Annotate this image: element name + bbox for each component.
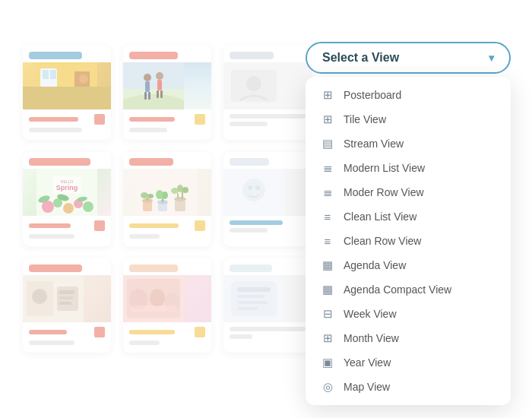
background-card-grid: HELLO Spring <box>23 46 312 353</box>
menu-item-stream-view[interactable]: ▤Stream View <box>306 131 511 156</box>
svg-point-26 <box>63 203 74 214</box>
svg-point-16 <box>156 72 163 80</box>
menu-item-label: Agenda View <box>344 259 406 271</box>
clean-list-icon: ≡ <box>321 210 334 223</box>
svg-rect-1 <box>36 91 97 109</box>
card-pink <box>123 258 211 353</box>
dropdown-trigger[interactable]: Select a View ▾ <box>306 42 511 74</box>
menu-item-moder-row-view[interactable]: ≣Moder Row View <box>306 180 511 204</box>
menu-item-week-view[interactable]: ⊟Week View <box>306 302 511 326</box>
week-icon: ⊟ <box>321 307 334 321</box>
svg-point-52 <box>182 187 188 193</box>
svg-rect-69 <box>131 306 176 312</box>
svg-rect-3 <box>43 70 49 79</box>
svg-rect-74 <box>237 301 268 304</box>
card-image-empty-2 <box>223 169 312 216</box>
menu-item-map-view[interactable]: ◎Map View <box>306 375 511 399</box>
menu-item-label: Year View <box>344 356 391 369</box>
menu-item-label: Stream View <box>344 138 404 150</box>
card-hikers <box>123 46 211 140</box>
svg-point-55 <box>248 185 252 190</box>
card-plants <box>123 152 211 246</box>
menu-item-label: Moder Row View <box>344 186 424 198</box>
svg-rect-4 <box>50 70 56 79</box>
card-image-room <box>23 62 111 109</box>
svg-point-22 <box>246 76 261 91</box>
clean-row-icon: ≡ <box>321 234 334 248</box>
svg-rect-18 <box>157 90 159 98</box>
card-image-spring: HELLO Spring <box>23 169 111 216</box>
menu-item-agenda-view[interactable]: ▦Agenda View <box>306 253 511 277</box>
card-empty-2 <box>223 152 312 246</box>
svg-rect-13 <box>145 81 150 92</box>
svg-text:Spring: Spring <box>56 184 78 192</box>
svg-point-6 <box>79 74 88 84</box>
svg-rect-8 <box>59 97 68 102</box>
menu-item-modern-list-view[interactable]: ≣Modern List View <box>306 156 511 180</box>
card-image-hikers <box>123 62 211 109</box>
card-image-plants <box>123 169 211 216</box>
svg-rect-62 <box>59 296 73 299</box>
grid-icon: ⊞ <box>321 88 334 102</box>
select-view-dropdown: Select a View ▾ ⊞Posterboard⊞Tile View▤S… <box>306 42 511 405</box>
agenda-icon: ▦ <box>321 258 334 272</box>
menu-item-label: Map View <box>344 381 390 393</box>
svg-point-24 <box>42 201 54 213</box>
svg-rect-61 <box>59 290 74 294</box>
svg-rect-14 <box>144 92 147 100</box>
svg-rect-72 <box>237 287 271 292</box>
svg-point-45 <box>162 192 168 199</box>
chevron-down-icon: ▾ <box>489 52 494 64</box>
svg-point-56 <box>255 185 260 190</box>
menu-item-month-view[interactable]: ⊞Month View <box>306 326 511 350</box>
svg-point-60 <box>32 289 47 304</box>
menu-item-clean-list-view[interactable]: ≡Clean List View <box>306 204 511 229</box>
card-image-empty-3 <box>223 275 312 322</box>
menu-item-year-view[interactable]: ▣Year View <box>306 350 511 375</box>
svg-point-40 <box>147 194 154 198</box>
svg-point-47 <box>174 197 186 201</box>
menu-item-agenda-compact-view[interactable]: ▦Agenda Compact View <box>306 277 511 302</box>
menu-item-label: Clean List View <box>344 211 416 223</box>
svg-rect-73 <box>237 295 264 298</box>
agenda-compact-icon: ▦ <box>321 283 334 296</box>
menu-item-posterboard[interactable]: ⊞Posterboard <box>306 83 511 107</box>
list-row-icon: ≣ <box>321 185 334 199</box>
dropdown-trigger-label: Select a View <box>322 51 399 65</box>
svg-point-67 <box>150 289 165 307</box>
card-empty-3 <box>223 258 312 353</box>
year-icon: ▣ <box>321 356 334 369</box>
menu-item-label: Modern List View <box>344 162 425 174</box>
svg-rect-15 <box>148 92 150 100</box>
menu-item-label: Week View <box>344 308 397 320</box>
card-image-decor <box>23 275 111 322</box>
svg-rect-19 <box>160 90 163 98</box>
svg-point-12 <box>144 74 151 81</box>
list-modern-icon: ≣ <box>321 161 334 175</box>
svg-rect-7 <box>43 94 56 102</box>
menu-item-label: Posterboard <box>344 89 401 101</box>
card-image-empty-1 <box>223 62 312 109</box>
dropdown-menu: ⊞Posterboard⊞Tile View▤Stream View≣Moder… <box>306 77 511 405</box>
stream-icon: ▤ <box>321 137 334 150</box>
card-image-pink <box>123 275 211 322</box>
svg-point-39 <box>141 192 148 198</box>
menu-item-tile-view[interactable]: ⊞Tile View <box>306 107 511 131</box>
svg-rect-71 <box>231 281 277 316</box>
card-empty-1 <box>223 46 312 140</box>
svg-rect-75 <box>237 307 258 310</box>
grid-icon: ⊞ <box>321 112 334 126</box>
card-spring: HELLO Spring <box>23 152 111 246</box>
menu-item-label: Clean Row View <box>344 235 421 247</box>
month-icon: ⊞ <box>321 331 334 345</box>
map-icon: ◎ <box>321 380 334 394</box>
card-decor <box>23 258 111 353</box>
menu-item-clean-row-view[interactable]: ≡Clean Row View <box>306 229 511 253</box>
menu-item-label: Tile View <box>344 113 386 125</box>
card-room <box>23 46 111 140</box>
svg-rect-17 <box>157 80 162 90</box>
menu-item-label: Month View <box>344 332 399 344</box>
svg-point-51 <box>177 185 183 192</box>
svg-rect-63 <box>59 302 71 305</box>
menu-item-label: Agenda Compact View <box>344 283 451 296</box>
